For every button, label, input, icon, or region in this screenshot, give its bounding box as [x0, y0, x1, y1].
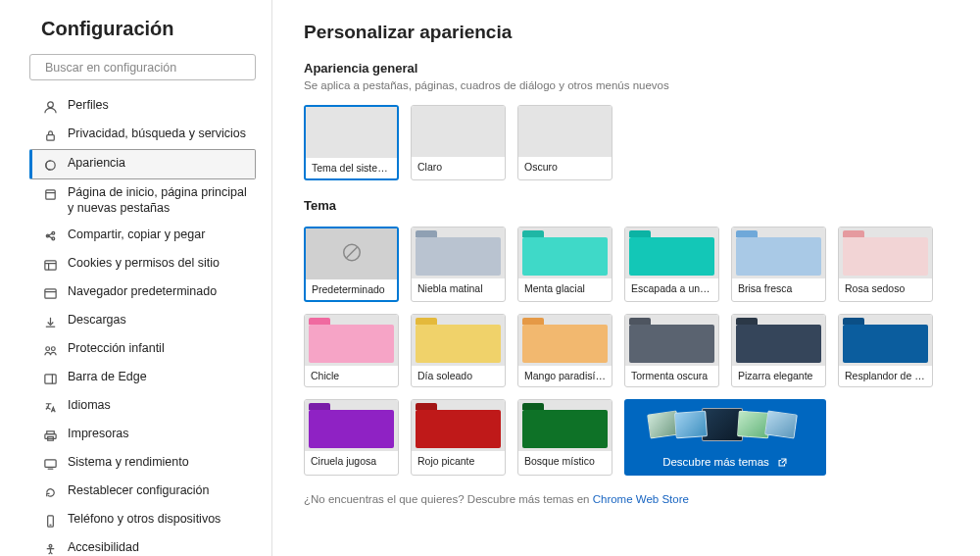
- appearance-caption: Claro: [412, 157, 505, 177]
- sidebar-item-label: Cookies y permisos del sitio: [68, 256, 248, 272]
- theme-option-menta[interactable]: Menta glacial: [517, 227, 612, 302]
- sidebar-item-download[interactable]: Descargas: [29, 307, 256, 335]
- theme-caption: Chicle: [305, 366, 398, 386]
- sidebar-item-label: Página de inicio, página principal y nue…: [68, 185, 248, 216]
- theme-option-dia[interactable]: Día soleado: [411, 314, 506, 387]
- svg-line-3: [346, 247, 357, 258]
- sidebar-item-label: Apariencia: [68, 156, 247, 172]
- sidebar-item-appearance[interactable]: Apariencia: [29, 149, 256, 179]
- theme-preview: [518, 315, 612, 366]
- search-box[interactable]: [29, 54, 256, 80]
- theme-preview: [839, 227, 932, 278]
- browser-icon: [42, 285, 58, 301]
- sidebar: Configuración PerfilesPrivacidad, búsque…: [0, 0, 272, 556]
- accessibility-icon: [42, 541, 58, 556]
- sidebar-item-label: Descargas: [68, 313, 248, 329]
- cookies-icon: [42, 257, 58, 273]
- theme-option-tormenta[interactable]: Tormenta oscura: [624, 314, 719, 387]
- lock-icon: [42, 127, 58, 143]
- theme-caption: Escapada a una isla: [625, 278, 718, 299]
- theme-option-rojo[interactable]: Rojo picante: [411, 399, 506, 476]
- theme-option-brisa[interactable]: Brisa fresca: [731, 227, 826, 302]
- sidebar-item-label: Teléfono y otros dispositivos: [68, 512, 248, 528]
- sidebar-item-system[interactable]: Sistema y rendimiento: [29, 449, 256, 478]
- sidebar-item-label: Navegador predeterminado: [68, 284, 248, 300]
- theme-section-title: Tema: [304, 198, 956, 213]
- sidebar-item-label: Restablecer configuración: [68, 483, 248, 499]
- printer-icon: [42, 428, 58, 443]
- theme-option-default[interactable]: Predeterminado: [304, 227, 399, 302]
- sidebar-item-home[interactable]: Página de inicio, página principal y nue…: [29, 179, 256, 222]
- theme-option-chicle[interactable]: Chicle: [304, 314, 399, 387]
- sidebar-item-label: Compartir, copiar y pegar: [68, 227, 248, 243]
- theme-option-mango[interactable]: Mango paradisíaco: [517, 314, 612, 387]
- main-heading: Personalizar apariencia: [304, 22, 956, 43]
- theme-preview: [412, 227, 505, 278]
- theme-caption: Resplandor de luna: [839, 366, 932, 386]
- theme-preview: [412, 400, 505, 451]
- theme-caption: Bosque místico: [518, 451, 612, 472]
- page-title: Configuración: [41, 18, 256, 40]
- theme-preview: [839, 315, 932, 366]
- theme-caption: Rosa sedoso: [839, 278, 932, 299]
- sidebar-item-browser[interactable]: Navegador predeterminado: [29, 278, 256, 307]
- theme-option-ciruela[interactable]: Ciruela jugosa: [304, 399, 399, 476]
- appearance-preview: [518, 106, 612, 157]
- sidebar-item-languages[interactable]: Idiomas: [29, 392, 256, 421]
- sidebar-item-label: Protección infantil: [68, 341, 248, 357]
- sidebar-nav: PerfilesPrivacidad, búsqueda y servicios…: [29, 92, 256, 556]
- sidebar-item-profile[interactable]: Perfiles: [29, 92, 256, 121]
- theme-preview: [732, 315, 825, 366]
- theme-preview: [625, 227, 718, 278]
- sidebar-item-lock[interactable]: Privacidad, búsqueda y servicios: [29, 121, 256, 149]
- appearance-option-light[interactable]: Claro: [411, 105, 506, 180]
- sidebar-item-label: Barra de Edge: [68, 370, 248, 385]
- theme-preview: [518, 400, 612, 451]
- sidebar-item-phone[interactable]: Teléfono y otros dispositivos: [29, 506, 256, 534]
- share-icon: [42, 228, 58, 244]
- sidebar-item-accessibility[interactable]: Accesibilidad: [29, 534, 256, 556]
- discover-more-themes[interactable]: Descubre más temas: [624, 399, 826, 476]
- theme-option-escapada[interactable]: Escapada a una isla: [624, 227, 719, 302]
- discover-preview: [653, 399, 798, 450]
- general-appearance-row: Tema del sistemaClaroOscuro: [304, 105, 956, 180]
- theme-caption: Mango paradisíaco: [518, 366, 612, 386]
- profile-icon: [42, 99, 58, 115]
- chrome-web-store-link[interactable]: Chrome Web Store: [593, 493, 689, 505]
- theme-option-bosque[interactable]: Bosque místico: [517, 399, 612, 476]
- appearance-option-dark[interactable]: Oscuro: [517, 105, 612, 180]
- appearance-caption: Oscuro: [518, 157, 612, 177]
- external-link-icon: [777, 457, 788, 468]
- theme-caption: Niebla matinal: [412, 278, 505, 299]
- theme-caption: Brisa fresca: [732, 278, 825, 299]
- reset-icon: [42, 484, 58, 500]
- theme-caption: Pizarra elegante: [732, 366, 825, 386]
- sidebar-item-edgebar[interactable]: Barra de Edge: [29, 364, 256, 392]
- theme-preview: [306, 228, 397, 279]
- theme-preview: [305, 315, 398, 366]
- appearance-option-system[interactable]: Tema del sistema: [304, 105, 399, 180]
- footer-prefix: ¿No encuentras el que quieres? Descubre …: [304, 493, 593, 505]
- theme-row: PredeterminadoNiebla matinalMenta glacia…: [304, 227, 956, 476]
- search-input[interactable]: [45, 61, 247, 75]
- general-section-title: Apariencia general: [304, 61, 956, 76]
- theme-option-niebla[interactable]: Niebla matinal: [411, 227, 506, 302]
- general-section-subtitle: Se aplica a pestañas, páginas, cuadros d…: [304, 79, 956, 91]
- theme-option-rosa[interactable]: Rosa sedoso: [838, 227, 933, 302]
- appearance-preview: [412, 106, 505, 157]
- sidebar-item-family[interactable]: Protección infantil: [29, 335, 256, 364]
- sidebar-item-cookies[interactable]: Cookies y permisos del sitio: [29, 250, 256, 278]
- theme-option-pizarra[interactable]: Pizarra elegante: [731, 314, 826, 387]
- theme-caption: Tormenta oscura: [625, 366, 718, 386]
- theme-preview: [305, 400, 398, 451]
- sidebar-item-reset[interactable]: Restablecer configuración: [29, 478, 256, 506]
- theme-caption: Ciruela jugosa: [305, 451, 398, 472]
- theme-option-resplandor[interactable]: Resplandor de luna: [838, 314, 933, 387]
- theme-caption: Día soleado: [412, 366, 505, 386]
- sidebar-item-label: Sistema y rendimiento: [68, 455, 248, 471]
- sidebar-item-share[interactable]: Compartir, copiar y pegar: [29, 222, 256, 250]
- theme-preview: [412, 315, 505, 366]
- sidebar-item-printer[interactable]: Impresoras: [29, 421, 256, 449]
- sidebar-item-label: Accesibilidad: [68, 540, 248, 556]
- sidebar-item-label: Idiomas: [68, 398, 248, 414]
